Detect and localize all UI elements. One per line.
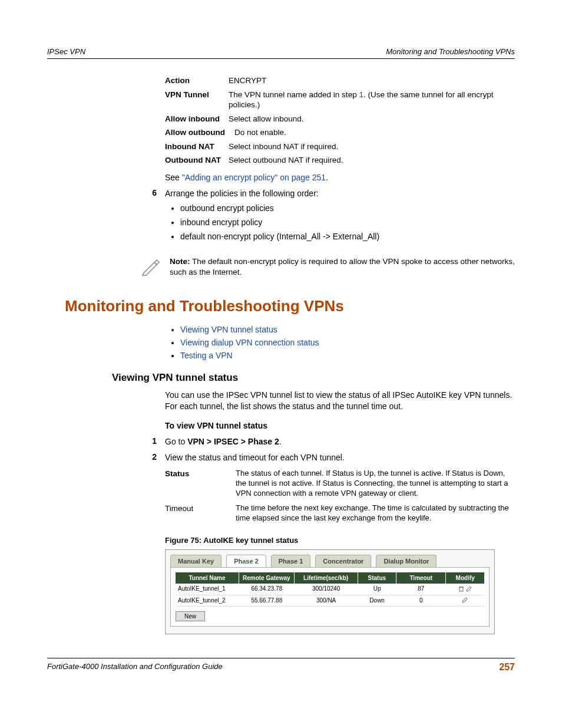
param-allow-outbound-value: Do not enable. (234, 127, 286, 138)
page: IPSec VPN Monitoring and Troubleshooting… (0, 0, 562, 728)
link-dialup-status[interactable]: Viewing dialup VPN connection status (180, 338, 319, 347)
col-tunnel-name: Tunnel Name (176, 572, 239, 584)
section-link-list: Viewing VPN tunnel status Viewing dialup… (165, 325, 515, 360)
cell-modify-2 (446, 595, 484, 607)
cell-life-1: 300/10240 (295, 584, 358, 595)
param-table: Action ENCRYPT VPN Tunnel The VPN tunnel… (165, 75, 515, 166)
param-action-value: ENCRYPT (229, 75, 266, 86)
body-paragraph: You can use the IPSec VPN tunnel list to… (165, 390, 515, 413)
edit-icon[interactable] (462, 597, 468, 604)
step-1-link[interactable]: 1 (359, 90, 363, 99)
tab-dialup-monitor[interactable]: Dialup Monitor (376, 555, 437, 567)
cell-timeout-2: 0 (396, 595, 446, 607)
step-6-text: Arrange the policies in the following or… (165, 189, 319, 198)
proc-step-2: 2 View the status and timeout for each V… (47, 452, 515, 464)
tab-pane: Tunnel Name Remote Gateway Lifetime(sec/… (170, 567, 490, 627)
running-head-left: IPSec VPN (47, 47, 85, 56)
proc-step-2-num: 2 (47, 452, 165, 464)
col-remote-gateway: Remote Gateway (239, 572, 295, 584)
col-timeout: Timeout (396, 572, 446, 584)
edit-icon[interactable] (466, 586, 472, 593)
def-timeout-label: Timeout (165, 503, 236, 523)
running-head-right: Monitoring and Troubleshooting VPNs (386, 47, 515, 56)
cell-life-2: 300/NA (295, 595, 358, 607)
note-block: Note: The default non-encrypt policy is … (141, 256, 515, 278)
def-timeout-value: The time before the next key exchange. T… (236, 503, 515, 523)
cell-gw-1: 66.34.23.78 (239, 584, 295, 595)
table-row: AutoIKE_tunnel_1 66.34.23.78 300/10240 U… (176, 584, 484, 595)
step-6-bullets: outbound encrypt policies inbound encryp… (165, 203, 515, 242)
note-body: The default non-encrypt policy is requir… (170, 257, 515, 276)
param-action-label: Action (165, 75, 229, 86)
step-6-num: 6 (47, 188, 165, 247)
proc-step-1-num: 1 (47, 436, 165, 448)
step1-bold: VPN > IPSEC > Phase 2 (187, 437, 279, 446)
note-icon (141, 256, 161, 276)
param-allow-outbound-label: Allow outbound (165, 127, 234, 138)
param-inbound-nat-label: Inbound NAT (165, 141, 229, 152)
note-text: Note: The default non-encrypt policy is … (170, 256, 515, 278)
proc-step-2-body: View the status and timeout for each VPN… (165, 452, 515, 464)
col-lifetime: Lifetime(sec/kb) (295, 572, 358, 584)
cell-timeout-1: 87 (396, 584, 446, 595)
cell-gw-2: 55.66.77.88 (239, 595, 295, 607)
param-allow-inbound-value: Select allow inbound. (229, 114, 304, 124)
note-label: Note: (170, 257, 190, 266)
step-6: 6 Arrange the policies in the following … (47, 188, 515, 247)
cell-status-2: Down (358, 595, 396, 607)
col-modify: Modify (446, 572, 484, 584)
step1-post: . (279, 437, 282, 446)
cell-name-1: AutoIKE_tunnel_1 (176, 584, 239, 595)
cell-status-1: Up (358, 584, 396, 595)
bullet-inbound: inbound encrypt policy (180, 217, 515, 229)
proc-step-1-body: Go to VPN > IPSEC > Phase 2. (165, 436, 515, 448)
proc-step-1: 1 Go to VPN > IPSEC > Phase 2. (47, 436, 515, 448)
cell-modify-1 (446, 584, 484, 595)
param-inbound-nat-value: Select inbound NAT if required. (229, 141, 338, 152)
bullet-outbound: outbound encrypt policies (180, 203, 515, 215)
definition-table: Status The status of each tunnel. If Sta… (165, 469, 515, 523)
cell-name-2: AutoIKE_tunnel_2 (176, 595, 239, 607)
grid-header: Tunnel Name Remote Gateway Lifetime(sec/… (176, 572, 484, 584)
tab-concentrator[interactable]: Concentrator (315, 555, 371, 567)
svg-rect-0 (459, 587, 463, 591)
see-line: See "Adding an encrypt policy" on page 2… (165, 173, 515, 182)
see-pre: See (165, 173, 182, 182)
param-outbound-nat-label: Outbound NAT (165, 155, 229, 166)
param-allow-inbound-label: Allow inbound (165, 114, 229, 124)
col-status: Status (358, 572, 397, 584)
page-number: 257 (499, 662, 515, 673)
param-vpn-tunnel-label: VPN Tunnel (165, 90, 229, 110)
see-post: . (326, 173, 328, 182)
def-status-label: Status (165, 469, 236, 499)
figure-caption: Figure 75: AutoIKE key tunnel status (165, 536, 515, 545)
procedure-title: To view VPN tunnel status (165, 421, 515, 430)
page-footer: FortiGate-4000 Installation and Configur… (47, 658, 515, 673)
encrypt-policy-link[interactable]: "Adding an encrypt policy" on page 251 (182, 173, 326, 182)
link-testing-vpn[interactable]: Testing a VPN (180, 351, 233, 360)
param-vpn-tunnel-value: The VPN tunnel name added in step 1. (Us… (229, 90, 515, 110)
trash-icon[interactable] (458, 586, 464, 593)
link-tunnel-status[interactable]: Viewing VPN tunnel status (180, 325, 277, 334)
new-button[interactable]: New (176, 611, 205, 621)
vpn-tunnel-pre: The VPN tunnel name added in step (229, 90, 359, 99)
section-heading: Monitoring and Troubleshooting VPNs (65, 297, 515, 315)
table-row: AutoIKE_tunnel_2 55.66.77.88 300/NA Down… (176, 595, 484, 607)
def-status-value: The status of each tunnel. If Status is … (236, 469, 515, 499)
running-head: IPSec VPN Monitoring and Troubleshooting… (47, 47, 515, 59)
bullet-default: default non-encrypt policy (Internal_All… (180, 231, 515, 243)
figure-tabs: Manual Key Phase 2 Phase 1 Concentrator … (166, 550, 494, 567)
footer-title: FortiGate-4000 Installation and Configur… (47, 662, 223, 673)
param-outbound-nat-value: Select outbound NAT if required. (229, 155, 343, 166)
step1-pre: Go to (165, 437, 187, 446)
tab-manual-key[interactable]: Manual Key (170, 555, 222, 567)
sub-heading-tunnel-status: Viewing VPN tunnel status (112, 372, 515, 384)
tab-phase-2[interactable]: Phase 2 (226, 555, 266, 567)
figure-autoike-status: Manual Key Phase 2 Phase 1 Concentrator … (165, 549, 495, 634)
tab-phase-1[interactable]: Phase 1 (271, 555, 311, 567)
